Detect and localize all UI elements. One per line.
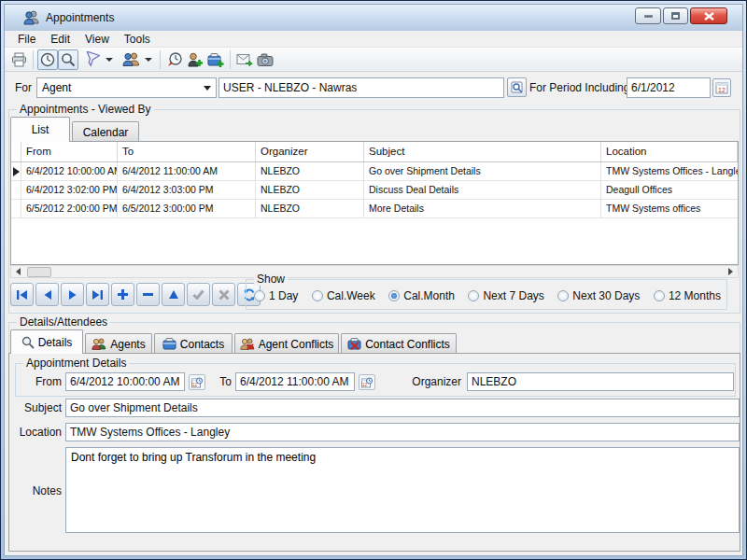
table-row[interactable]: 6/4/2012 3:02:00 PM 6/4/2012 3:03:00 PM …: [11, 181, 738, 200]
send-email-button[interactable]: [234, 49, 255, 70]
for-combobox-value: Agent: [42, 81, 71, 94]
appointments-view-button[interactable]: [37, 49, 58, 70]
show-group-label: Show: [254, 273, 288, 286]
minimize-button[interactable]: [635, 7, 661, 24]
tab-contact-conflicts[interactable]: Contact Conflicts: [341, 333, 457, 354]
radio-cal-week[interactable]: Cal.Week: [312, 289, 375, 302]
camera-icon: [257, 53, 274, 66]
tab-agent-conflicts[interactable]: Agent Conflicts: [234, 333, 339, 354]
col-header-to[interactable]: To: [118, 142, 256, 161]
col-header-from[interactable]: From: [21, 142, 118, 161]
menu-tools[interactable]: Tools: [117, 31, 158, 48]
next-icon: [68, 289, 78, 301]
radio-12-months[interactable]: 12 Months: [654, 289, 721, 302]
col-header-location[interactable]: Location: [601, 142, 738, 161]
table-hscrollbar[interactable]: [10, 265, 739, 278]
delete-record-button[interactable]: [136, 283, 160, 306]
location-input[interactable]: [65, 423, 740, 441]
scroll-right-icon[interactable]: [724, 266, 738, 277]
svg-text:12: 12: [718, 87, 726, 93]
cell-organizer: NLEBZO: [256, 200, 364, 217]
tab-list[interactable]: List: [10, 117, 70, 142]
calendar-clock-icon: 12: [361, 377, 373, 388]
radio-1-day[interactable]: 1 Day: [254, 289, 298, 302]
viewed-by-group-label: Appointments - Viewed By: [17, 103, 154, 116]
add-agent-icon: [187, 52, 204, 67]
tab-calendar-label: Calendar: [83, 126, 129, 139]
previous-record-button[interactable]: [35, 283, 59, 306]
first-icon: [16, 289, 28, 301]
radio-next-30-days[interactable]: Next 30 Days: [557, 289, 640, 302]
from-label: From: [15, 371, 62, 392]
cell-location: Deagull Offices: [601, 181, 738, 199]
filter-button[interactable]: [81, 49, 102, 70]
new-appointment-button[interactable]: [164, 49, 185, 70]
menu-view[interactable]: View: [78, 31, 117, 48]
entity-input[interactable]: [218, 77, 504, 98]
table-row[interactable]: 6/4/2012 10:00:00 AM 6/4/2012 11:00:00 A…: [11, 162, 738, 181]
tab-details[interactable]: Details: [10, 329, 83, 354]
subject-input[interactable]: [65, 399, 740, 417]
cell-from: 6/5/2012 2:00:00 PM: [21, 200, 118, 217]
from-input[interactable]: [65, 372, 185, 391]
entity-lookup-button[interactable]: [507, 77, 527, 97]
add-contact-icon: [207, 52, 224, 67]
maximize-icon: [671, 12, 680, 20]
scroll-left-icon[interactable]: [11, 266, 25, 277]
close-button[interactable]: [690, 7, 727, 24]
cancel-edit-button[interactable]: [212, 283, 235, 306]
agent-conflicts-icon: [240, 338, 255, 350]
details-attendees-label: Details/Attendees: [17, 315, 110, 329]
post-edit-button[interactable]: [187, 283, 210, 306]
minus-icon: [142, 288, 154, 301]
to-datetime-button[interactable]: 12: [359, 374, 375, 390]
record-navigator: [10, 283, 261, 306]
add-agent-button[interactable]: [185, 49, 205, 70]
for-combobox[interactable]: Agent: [36, 77, 217, 98]
first-record-button[interactable]: [10, 283, 34, 306]
notes-textarea[interactable]: Dont forget to bring up Transforum in th…: [65, 447, 740, 533]
radio-icon: [557, 290, 569, 301]
search-icon: [61, 52, 76, 67]
cell-from: 6/4/2012 10:00:00 AM: [21, 162, 118, 180]
menu-file[interactable]: File: [10, 31, 43, 48]
minimize-icon: [644, 15, 653, 18]
print-button[interactable]: [8, 49, 29, 70]
to-input[interactable]: [235, 372, 355, 391]
scrollbar-thumb[interactable]: [27, 267, 51, 277]
calendar-icon: 12: [715, 81, 728, 94]
agents-dropdown-icon[interactable]: [145, 58, 152, 62]
menubar: File Edit View Tools: [5, 31, 742, 48]
tab-contacts[interactable]: Contacts: [154, 333, 233, 354]
maximize-button[interactable]: [663, 7, 688, 24]
radio-cal-month[interactable]: Cal.Month: [388, 289, 455, 302]
tab-agent-conflicts-label: Agent Conflicts: [259, 338, 334, 351]
to-label: To: [192, 371, 232, 392]
period-input[interactable]: [627, 77, 711, 98]
tab-calendar[interactable]: Calendar: [72, 121, 139, 142]
details-panel: Appointment Details From 12 To 12: [8, 353, 740, 552]
period-calendar-button[interactable]: 12: [712, 78, 731, 97]
show-group: Show 1 Day Cal.Week Cal.Month Next 7 Day…: [246, 279, 727, 310]
col-header-organizer[interactable]: Organizer: [256, 142, 364, 161]
agents-button[interactable]: [120, 49, 141, 70]
add-contact-button[interactable]: [205, 49, 226, 70]
last-record-button[interactable]: [86, 283, 109, 306]
find-button[interactable]: [58, 49, 78, 70]
organizer-input[interactable]: [467, 372, 734, 391]
menu-edit[interactable]: Edit: [43, 31, 78, 48]
subject-label: Subject: [15, 398, 62, 418]
cell-organizer: NLEBZO: [256, 162, 364, 180]
cell-to: 6/5/2012 3:00:00 PM: [118, 200, 256, 217]
next-record-button[interactable]: [61, 283, 84, 306]
radio-next-7-days[interactable]: Next 7 Days: [468, 289, 543, 302]
tab-agents[interactable]: Agents: [85, 333, 152, 354]
table-row[interactable]: 6/5/2012 2:00:00 PM 6/5/2012 3:00:00 PM …: [11, 200, 738, 218]
col-header-subject[interactable]: Subject: [364, 142, 601, 161]
edit-record-button[interactable]: [162, 283, 185, 306]
filter-dropdown-icon[interactable]: [106, 58, 113, 62]
tab-contacts-label: Contacts: [180, 338, 224, 351]
agents-icon: [122, 52, 140, 66]
insert-record-button[interactable]: [111, 283, 134, 306]
snapshot-button[interactable]: [255, 49, 275, 70]
